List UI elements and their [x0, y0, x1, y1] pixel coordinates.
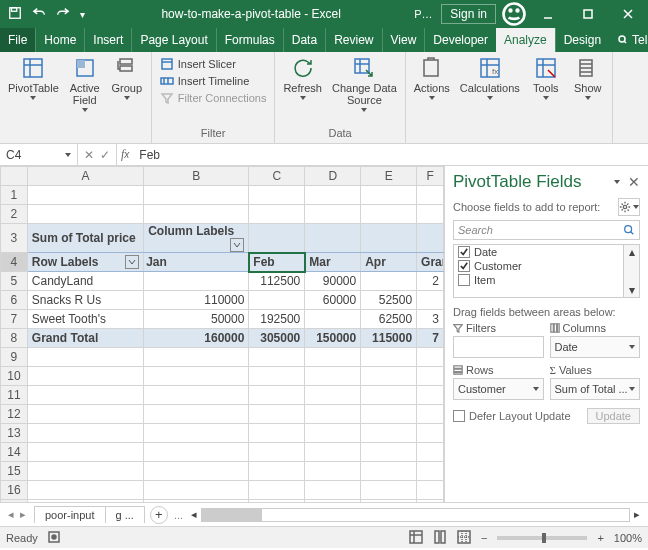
worksheet-grid[interactable]: A B C D E F 1 2 3 Sum of Total price Col…: [0, 166, 444, 502]
actions-button[interactable]: Actions: [410, 54, 454, 102]
name-box[interactable]: C4: [0, 144, 78, 165]
feedback-icon[interactable]: [500, 0, 528, 28]
tab-formulas[interactable]: Formulas: [216, 28, 283, 52]
sign-in-button[interactable]: Sign in: [441, 4, 496, 24]
insert-slicer-button[interactable]: Insert Slicer: [156, 56, 271, 72]
col-header-b[interactable]: B: [144, 167, 249, 186]
col-header-c[interactable]: C: [249, 167, 305, 186]
hdr-apr: Apr: [361, 253, 417, 272]
cancel-formula-icon[interactable]: ✕: [84, 148, 94, 162]
window-title: how-to-make-a-pivot-table - Excel: [93, 7, 409, 21]
select-all-corner[interactable]: [1, 167, 28, 186]
horizontal-scrollbar[interactable]: ◂▸: [183, 508, 648, 522]
fields-pane-gear-icon[interactable]: [618, 198, 640, 216]
active-field-button[interactable]: ActiveField: [65, 54, 105, 114]
fields-search-input[interactable]: Search: [453, 220, 640, 240]
insert-timeline-button[interactable]: Insert Timeline: [156, 73, 271, 89]
svg-rect-25: [557, 324, 559, 332]
row-labels-cell[interactable]: Row Labels: [27, 253, 143, 272]
save-icon[interactable]: [8, 6, 22, 23]
undo-icon[interactable]: [32, 6, 46, 23]
area-columns[interactable]: Columns Date: [550, 322, 641, 358]
fields-pane-close-icon[interactable]: ✕: [628, 174, 640, 190]
fields-pane-dropdown-icon[interactable]: [614, 180, 620, 184]
tab-view[interactable]: View: [382, 28, 425, 52]
defer-layout-checkbox[interactable]: Defer Layout Update: [453, 410, 571, 422]
add-sheet-button[interactable]: +: [150, 506, 168, 524]
zoom-out-button[interactable]: −: [481, 532, 487, 544]
formula-input[interactable]: Feb: [133, 144, 648, 165]
tab-design[interactable]: Design: [555, 28, 609, 52]
col-header-a[interactable]: A: [27, 167, 143, 186]
row-labels-dropdown-icon[interactable]: [125, 255, 139, 269]
area-rows[interactable]: Rows Customer: [453, 364, 544, 400]
tab-developer[interactable]: Developer: [424, 28, 496, 52]
tab-data[interactable]: Data: [283, 28, 325, 52]
tab-home[interactable]: Home: [35, 28, 84, 52]
data-group-label: Data: [279, 127, 400, 143]
zoom-level[interactable]: 100%: [614, 532, 642, 544]
tab-page-layout[interactable]: Page Layout: [131, 28, 215, 52]
account-ellipsis-icon[interactable]: P…: [409, 8, 437, 20]
sheet-nav-prev-icon[interactable]: ◂: [8, 508, 14, 521]
accept-formula-icon[interactable]: ✓: [100, 148, 110, 162]
col-header-f[interactable]: F: [417, 167, 444, 186]
svg-rect-12: [120, 66, 132, 71]
sum-of-total-label: Sum of Total price: [27, 224, 143, 253]
view-normal-icon[interactable]: [409, 530, 423, 546]
fields-pane-subtitle: Choose fields to add to report:: [453, 201, 600, 213]
calculations-button[interactable]: fxCalculations: [456, 54, 524, 102]
svg-rect-1: [12, 7, 17, 11]
tab-analyze[interactable]: Analyze: [496, 28, 555, 52]
area-values[interactable]: ΣValues Sum of Total ...: [550, 364, 641, 400]
svg-rect-31: [410, 531, 422, 543]
area-filters[interactable]: Filters: [453, 322, 544, 358]
view-page-layout-icon[interactable]: [433, 530, 447, 546]
view-page-break-icon[interactable]: [457, 530, 471, 546]
minimize-button[interactable]: [528, 0, 568, 28]
field-customer[interactable]: Customer: [454, 259, 639, 273]
field-date[interactable]: Date: [454, 245, 639, 259]
fields-list: Date Customer Item ▴▾: [453, 244, 640, 298]
field-item[interactable]: Item: [454, 273, 639, 287]
pivottable-button[interactable]: PivotTable: [4, 54, 63, 102]
show-button[interactable]: Show: [568, 54, 608, 102]
filter-connections-button: Filter Connections: [156, 90, 271, 106]
fx-icon[interactable]: fx: [117, 144, 133, 165]
tools-button[interactable]: Tools: [526, 54, 566, 102]
tab-insert[interactable]: Insert: [84, 28, 131, 52]
group-button[interactable]: Group: [107, 54, 147, 102]
sheet-overflow-icon[interactable]: ...: [174, 509, 183, 521]
change-data-source-button[interactable]: Change DataSource: [328, 54, 401, 114]
tab-review[interactable]: Review: [325, 28, 381, 52]
grand-total-label: Grand Total: [27, 329, 143, 348]
column-labels-cell[interactable]: Column Labels: [144, 224, 249, 253]
hdr-grand: Grand: [417, 253, 444, 272]
fields-list-scrollbar[interactable]: ▴▾: [623, 245, 639, 297]
close-button[interactable]: [608, 0, 648, 28]
sheet-nav-next-icon[interactable]: ▸: [20, 508, 26, 521]
macro-record-icon[interactable]: [48, 531, 60, 545]
column-labels-dropdown-icon[interactable]: [230, 238, 244, 252]
col-header-e[interactable]: E: [361, 167, 417, 186]
tab-file[interactable]: File: [0, 28, 35, 52]
zoom-in-button[interactable]: +: [597, 532, 603, 544]
sheet-tab-poor-input[interactable]: poor-input: [34, 506, 106, 523]
col-header-d[interactable]: D: [305, 167, 361, 186]
hdr-feb[interactable]: Feb: [249, 253, 305, 272]
filter-group-label: Filter: [156, 127, 271, 143]
sheet-tab-g[interactable]: g ...: [105, 506, 145, 523]
svg-text:fx: fx: [492, 67, 498, 76]
qat-dropdown-icon[interactable]: ▾: [80, 9, 85, 20]
formula-bar: C4 ✕ ✓ fx Feb: [0, 144, 648, 166]
status-ready: Ready: [6, 532, 38, 544]
svg-point-21: [623, 205, 626, 208]
refresh-button[interactable]: Refresh: [279, 54, 326, 102]
pivottable-fields-pane: PivotTable Fields ✕ Choose fields to add…: [444, 166, 648, 502]
tab-tell-me[interactable]: Tell me: [609, 28, 648, 52]
zoom-slider[interactable]: [497, 536, 587, 540]
row-candyland: CandyLand: [27, 272, 143, 291]
tell-me-label: Tell me: [632, 33, 648, 47]
redo-icon[interactable]: [56, 6, 70, 23]
maximize-button[interactable]: [568, 0, 608, 28]
